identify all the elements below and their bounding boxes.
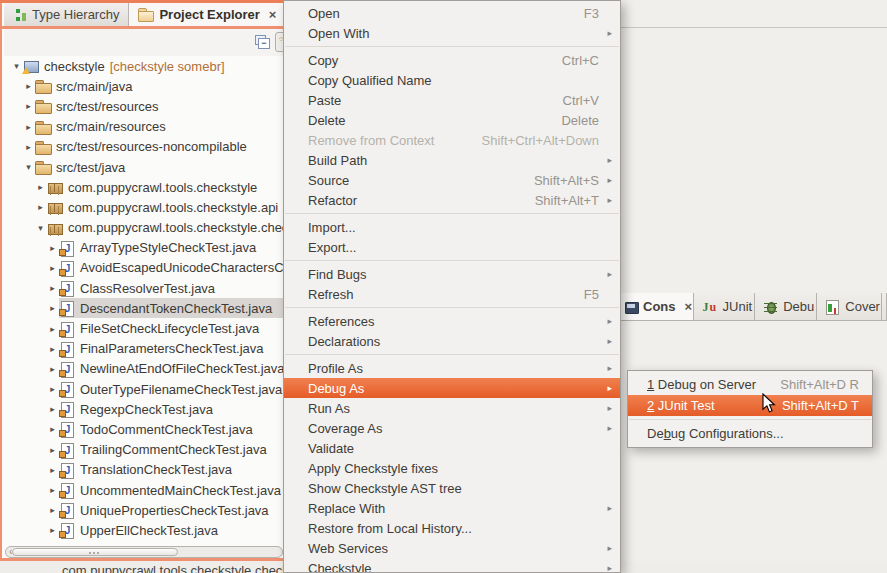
menu-item-shortcut: Shift+Alt+S [516,173,599,188]
menu-item[interactable]: Show Checkstyle AST tree [284,478,620,498]
tree-row[interactable]: TrailingCommentCheckTest.java [4,440,285,460]
submenu-item[interactable]: 1 Debug on Server Shift+Alt+D R [628,374,872,395]
expand-arrow-icon[interactable] [22,142,35,152]
menu-item[interactable]: Declarations [284,331,620,351]
tree-row[interactable]: DescendantTokenCheckTest.java [4,298,285,318]
menu-item[interactable]: Export... [284,237,620,257]
tree-row[interactable]: com.puppycrawl.tools.checkstyle.check [4,218,285,238]
expand-arrow-icon[interactable] [46,445,59,455]
menu-item[interactable]: Restore from Local History... [284,518,620,538]
tree-row[interactable]: ArrayTypeStyleCheckTest.java [4,238,285,258]
menu-item[interactable]: Remove from Context Shift+Ctrl+Alt+Down [284,130,620,150]
menu-item[interactable]: Delete Delete [284,110,620,130]
menu-item[interactable]: Profile As [284,358,620,378]
submenu-arrow-icon [599,403,612,413]
context-menu: Open F3 Open With Copy Ctrl+C Copy Quali… [283,0,621,573]
tree-row[interactable]: RegexpCheckTest.java [4,399,285,419]
expand-arrow-icon[interactable] [34,182,47,192]
menu-item[interactable]: Paste Ctrl+V [284,90,620,110]
tree-row[interactable]: src/test/java [4,157,285,177]
menu-item[interactable]: Source Shift+Alt+S [284,170,620,190]
view-tab[interactable]: Type Hierarchy [4,3,129,26]
expand-arrow-icon[interactable] [22,122,35,132]
expand-arrow-icon[interactable] [22,81,35,91]
menu-item[interactable]: Validate [284,438,620,458]
expand-arrow-icon[interactable] [46,303,59,313]
tree-row[interactable]: FinalParametersCheckTest.java [4,339,285,359]
expand-arrow-icon[interactable] [34,202,47,212]
tree-row[interactable]: src/main/resources [4,117,285,137]
expand-arrow-icon[interactable] [46,283,59,293]
menu-item[interactable]: Refresh F5 [284,284,620,304]
expand-arrow-icon[interactable] [46,525,59,535]
expand-arrow-icon[interactable] [46,505,59,515]
close-icon[interactable]: × [685,300,693,313]
menu-item[interactable]: Run As [284,398,620,418]
console-view-tab[interactable]: Debu [755,293,817,320]
console-view-tab[interactable]: Cover [817,293,882,320]
tree-row[interactable]: TranslationCheckTest.java [4,460,285,480]
collapse-all-icon[interactable] [254,34,271,51]
active-part-highlight [0,0,285,3]
tree-item-label: src/test/java [56,160,125,175]
expand-arrow-icon[interactable] [22,101,35,111]
tree-row[interactable]: NewlineAtEndOfFileCheckTest.java [4,359,285,379]
scrollbar-thumb[interactable] [12,548,178,556]
submenu-item[interactable]: 2 JUnit Test Shift+Alt+D T [628,395,872,416]
menu-item[interactable]: Coverage As [284,418,620,438]
tree-row[interactable]: UniquePropertiesCheckTest.java [4,500,285,520]
menu-item[interactable]: Copy Ctrl+C [284,50,620,70]
menu-item[interactable]: References [284,311,620,331]
menu-item[interactable]: Debug As [284,378,620,398]
expand-arrow-icon[interactable] [46,263,59,273]
tree-row[interactable]: FileSetCheckLifecycleTest.java [4,318,285,338]
menu-item[interactable]: Apply Checkstyle fixes [284,458,620,478]
close-icon[interactable]: × [269,8,277,21]
submenu-item[interactable]: Debug Configurations... [628,423,872,444]
java-file-icon [59,240,75,256]
menu-item[interactable]: Replace With [284,498,620,518]
menu-item[interactable]: Import... [284,217,620,237]
tree-row[interactable]: OuterTypeFilenameCheckTest.java [4,379,285,399]
tree-row[interactable]: com.puppycrawl.tools.checkstyle.api [4,197,285,217]
tree-row[interactable]: UpperEllCheckTest.java [4,520,285,540]
menu-item[interactable]: Copy Qualified Name [284,70,620,90]
menu-item[interactable]: Refactor Shift+Alt+T [284,190,620,210]
expand-arrow-icon[interactable] [46,465,59,475]
console-view-tab[interactable] [882,293,887,320]
menu-item-shortcut: F5 [566,287,599,302]
tree-row[interactable]: ClassResolverTest.java [4,278,285,298]
tree-row[interactable]: src/test/resources [4,96,285,116]
menu-item[interactable]: Checkstyle [284,558,620,573]
tree-row[interactable]: UncommentedMainCheckTest.java [4,480,285,500]
expand-arrow-icon[interactable] [46,485,59,495]
menu-item-label: Build Path [308,153,367,168]
menu-item[interactable]: Open With [284,23,620,43]
view-tab[interactable]: Project Explorer × [129,3,286,26]
expand-arrow-icon[interactable] [46,404,59,414]
menu-item[interactable]: Build Path [284,150,620,170]
expand-arrow-icon[interactable] [34,223,47,233]
tab-underline [0,26,285,29]
console-view-tab[interactable]: JUnit [694,293,756,320]
menu-item[interactable]: Web Services [284,538,620,558]
tree-row[interactable]: AvoidEscapedUnicodeCharactersChec [4,258,285,278]
tree-row[interactable]: src/main/java [4,76,285,96]
tree-item-label: AvoidEscapedUnicodeCharactersChec [80,260,285,275]
tree-row[interactable]: checkstyle [checkstyle somebr] [4,56,285,76]
expand-arrow-icon[interactable] [46,344,59,354]
tree-row[interactable]: src/test/resources-noncompilable [4,137,285,157]
expand-arrow-icon[interactable] [46,364,59,374]
horizontal-scrollbar[interactable] [5,546,283,558]
expand-arrow-icon[interactable] [46,384,59,394]
expand-arrow-icon[interactable] [46,243,59,253]
expand-arrow-icon[interactable] [22,162,35,172]
console-view-tab[interactable]: Cons × [621,293,694,320]
menu-item[interactable]: Find Bugs [284,264,620,284]
expand-arrow-icon[interactable] [46,324,59,334]
tree-row[interactable]: TodoCommentCheckTest.java [4,419,285,439]
menu-item[interactable]: Open F3 [284,3,620,23]
expand-arrow-icon[interactable] [46,424,59,434]
tree-row[interactable]: com.puppycrawl.tools.checkstyle [4,177,285,197]
menu-item-label: Show Checkstyle AST tree [308,481,462,496]
